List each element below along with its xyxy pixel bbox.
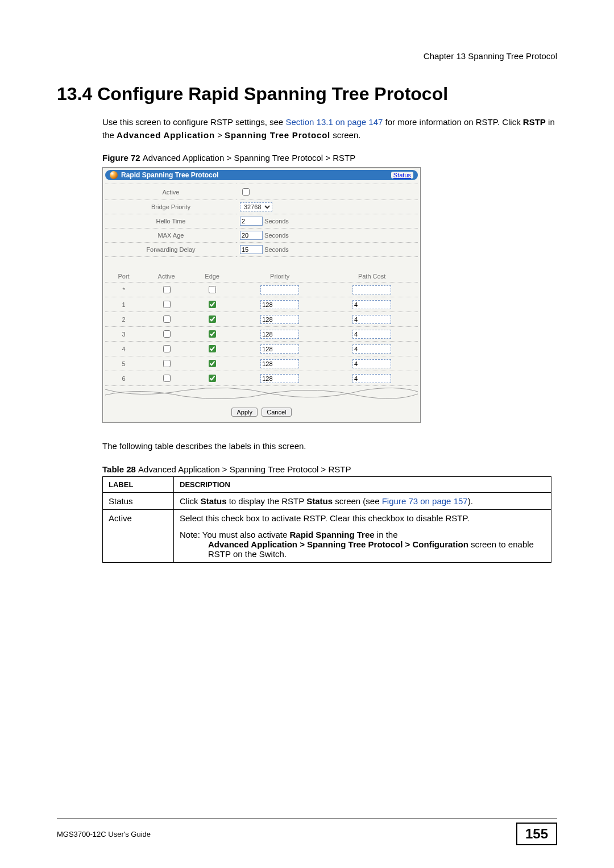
note-text: Note: You must also activate [180, 530, 289, 539]
port-active-checkbox[interactable] [163, 315, 171, 323]
bold-text: Advanced Application > Spanning Tree Pro… [208, 539, 468, 549]
port-row: 5 [105, 356, 418, 371]
port-num: 6 [105, 371, 142, 386]
port-edge-checkbox[interactable] [209, 286, 216, 293]
port-cost-input[interactable] [352, 359, 391, 368]
active-checkbox[interactable] [242, 188, 250, 196]
edge-col: Edge [190, 271, 234, 283]
intro-paragraph: Use this screen to configure RSTP settin… [102, 116, 557, 142]
port-edge-checkbox[interactable] [209, 301, 216, 308]
max-age-label: MAX Age [105, 229, 237, 243]
footer-rule [57, 819, 557, 819]
port-cost-input[interactable] [352, 285, 391, 294]
status-text: Status [201, 496, 227, 506]
port-num: 5 [105, 356, 142, 371]
port-cost-input[interactable] [352, 344, 391, 354]
active-label: Active [105, 184, 237, 200]
orb-icon [110, 171, 118, 179]
section-number: 13.4 [57, 84, 97, 104]
bold-text: Rapid Spanning Tree [289, 530, 374, 539]
table-header-row: LABEL DESCRIPTION [103, 476, 551, 492]
panel-title: Rapid Spanning Tree Protocol [121, 171, 218, 179]
text: for more information on RSTP. Click [383, 117, 522, 127]
figure-title: Advanced Application > Spanning Tree Pro… [143, 153, 355, 163]
row-description: Select this check box to activate RSTP. … [174, 509, 551, 562]
status-link[interactable]: Status [391, 172, 413, 178]
section-title: Configure Rapid Spanning Tree Protocol [97, 84, 448, 104]
port-edge-checkbox[interactable] [209, 360, 216, 367]
port-col: Port [105, 271, 142, 283]
text: Select this check box to activate RSTP. … [180, 513, 470, 523]
row-label: Status [103, 492, 174, 509]
apply-button[interactable]: Apply [231, 408, 258, 417]
figure-number: Figure 72 [102, 153, 143, 163]
port-active-checkbox[interactable] [163, 330, 171, 338]
section-heading: 13.4 Configure Rapid Spanning Tree Proto… [57, 84, 557, 105]
port-priority-input[interactable] [260, 374, 299, 383]
port-active-checkbox[interactable] [163, 286, 171, 293]
port-priority-input[interactable] [260, 300, 299, 309]
advanced-app-label: Advanced Application [117, 130, 215, 140]
seconds-label: Seconds [264, 218, 289, 225]
button-row: Apply Cancel [105, 408, 418, 417]
max-age-input[interactable] [240, 231, 263, 240]
port-row: 3 [105, 327, 418, 342]
port-active-checkbox[interactable] [163, 301, 171, 308]
port-active-checkbox[interactable] [163, 345, 171, 352]
bridge-priority-select[interactable]: 32768 [240, 202, 272, 211]
port-edge-checkbox[interactable] [209, 345, 216, 352]
panel-header: Rapid Spanning Tree Protocol Status [105, 170, 418, 180]
description-header: DESCRIPTION [174, 476, 551, 492]
port-cost-input[interactable] [352, 300, 391, 309]
settings-table: Active Bridge Priority 32768 Hello Time … [105, 184, 418, 257]
figure-link[interactable]: Figure 73 on page 157 [382, 496, 468, 506]
table-row: Active Select this check box to activate… [103, 509, 551, 562]
port-cost-input[interactable] [352, 315, 391, 324]
torn-edge [105, 386, 418, 400]
pathcost-col: Path Cost [326, 271, 418, 283]
text: > [215, 130, 225, 140]
hello-time-input[interactable] [240, 217, 263, 226]
seconds-label: Seconds [264, 232, 289, 239]
port-row: 4 [105, 342, 418, 356]
port-active-checkbox[interactable] [163, 360, 171, 367]
page-footer: MGS3700-12C User's Guide 155 [57, 819, 557, 845]
port-cost-input[interactable] [352, 374, 391, 383]
port-table: Port Active Edge Priority Path Cost * 1 [105, 271, 418, 386]
port-num: 4 [105, 342, 142, 356]
text: ). [468, 496, 473, 506]
port-priority-input[interactable] [260, 330, 299, 339]
cancel-button[interactable]: Cancel [262, 408, 291, 417]
row-label: Active [103, 509, 174, 562]
port-num: 3 [105, 327, 142, 342]
port-edge-checkbox[interactable] [209, 315, 216, 323]
port-active-checkbox[interactable] [163, 375, 171, 382]
forwarding-delay-input[interactable] [240, 245, 263, 254]
page-number: 155 [516, 823, 557, 845]
after-figure-text: The following table describes the labels… [102, 440, 557, 453]
port-priority-input[interactable] [260, 285, 299, 294]
text: in the [375, 530, 398, 539]
hello-time-label: Hello Time [105, 214, 237, 229]
port-num: 1 [105, 297, 142, 312]
port-priority-input[interactable] [260, 359, 299, 368]
active-col: Active [142, 271, 190, 283]
table-title: Advanced Application > Spanning Tree Pro… [138, 464, 351, 474]
table-caption: Table 28 Advanced Application > Spanning… [102, 464, 557, 474]
section-link[interactable]: Section 13.1 on page 147 [285, 117, 383, 127]
row-description: Click Status to display the RSTP Status … [174, 492, 551, 509]
figure-caption: Figure 72 Advanced Application > Spannin… [102, 153, 557, 163]
port-row: 2 [105, 312, 418, 327]
forwarding-delay-label: Forwarding Delay [105, 243, 237, 257]
table-number: Table 28 [102, 464, 138, 474]
text: screen (see [333, 496, 382, 506]
port-cost-input[interactable] [352, 330, 391, 339]
port-row: * [105, 283, 418, 297]
port-edge-checkbox[interactable] [209, 330, 216, 338]
chapter-header: Chapter 13 Spanning Tree Protocol [57, 51, 557, 61]
port-priority-input[interactable] [260, 344, 299, 354]
description-table: LABEL DESCRIPTION Status Click Status to… [102, 476, 551, 563]
port-priority-input[interactable] [260, 315, 299, 324]
port-edge-checkbox[interactable] [209, 375, 216, 382]
seconds-label: Seconds [264, 246, 289, 253]
